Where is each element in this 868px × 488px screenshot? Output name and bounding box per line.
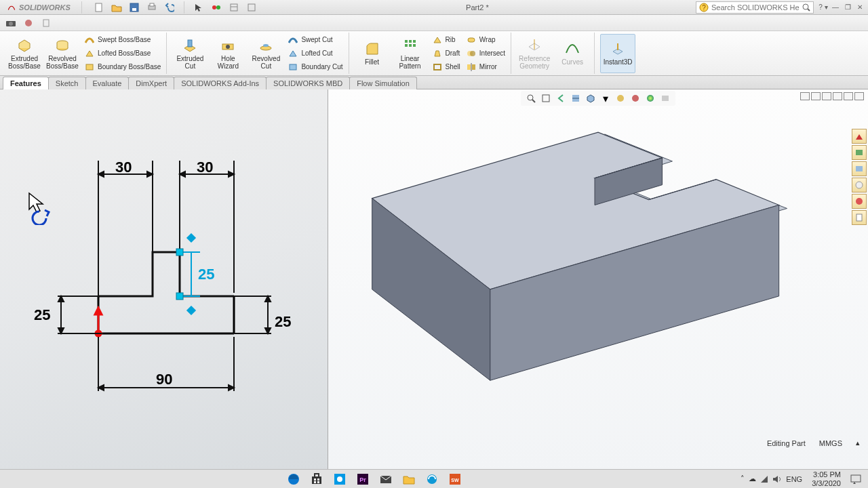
open-button[interactable]: [109, 1, 124, 14]
system-tray[interactable]: ˄ ☁ ENG: [741, 474, 802, 483]
tray-onedrive-icon[interactable]: ☁: [749, 474, 756, 483]
traffic-icon[interactable]: [209, 1, 224, 14]
graphics-area[interactable]: ▾: [328, 89, 868, 469]
svg-rect-88: [314, 481, 316, 483]
tab-dimxpert[interactable]: DimXpert: [128, 77, 174, 89]
dim-top-right[interactable]: 30: [197, 159, 213, 176]
hole-wizard-button[interactable]: Hole Wizard: [210, 34, 245, 73]
swept-boss-button[interactable]: Swept Boss/Base: [83, 34, 162, 45]
model-render: [328, 89, 868, 469]
svg-rect-33: [468, 38, 475, 42]
undo-button[interactable]: [162, 1, 177, 14]
taskbar-premiere[interactable]: Pr: [354, 472, 372, 487]
boundary-cut-button[interactable]: Boundary Cut: [286, 61, 344, 73]
sketch-pane[interactable]: 30 30: [0, 89, 328, 469]
tab-sketch[interactable]: Sketch: [48, 77, 86, 89]
dim-mid-selected[interactable]: 25: [198, 266, 214, 283]
taskbar-store[interactable]: [308, 472, 326, 487]
curves-button[interactable]: Curves: [555, 34, 590, 73]
svg-rect-86: [314, 479, 316, 481]
new-doc-button[interactable]: [92, 1, 106, 14]
tray-expand-icon[interactable]: ˄: [741, 474, 745, 483]
tray-lang[interactable]: ENG: [786, 475, 802, 483]
close-button[interactable]: ✕: [854, 3, 865, 12]
dim-top-left[interactable]: 30: [115, 159, 132, 176]
taskbar-clock[interactable]: 3:05 PM 3/3/2020: [812, 470, 841, 487]
clock-date: 3/3/2020: [812, 479, 841, 487]
app-logo: SOLIDWORKS: [0, 3, 77, 12]
tab-flow[interactable]: Flow Simulation: [349, 77, 417, 89]
extruded-boss-button[interactable]: Extruded Boss/Base: [7, 34, 42, 73]
help-search-input[interactable]: [711, 3, 800, 12]
revolved-boss-button[interactable]: Revolved Boss/Base: [45, 34, 80, 73]
rebuild-button[interactable]: [244, 1, 259, 14]
fillet-button[interactable]: Fillet: [355, 34, 390, 73]
taskbar-photos[interactable]: [331, 472, 349, 487]
status-arrow-icon[interactable]: ▴: [856, 439, 860, 447]
help-search[interactable]: ?: [696, 1, 814, 14]
lofted-cut-button[interactable]: Lofted Cut: [286, 47, 344, 59]
status-units[interactable]: MMGS: [819, 439, 842, 447]
linear-pattern-button[interactable]: Linear Pattern: [393, 34, 428, 73]
svg-rect-32: [434, 64, 441, 70]
record-settings-icon[interactable]: [22, 17, 35, 29]
quick-access-toolbar: [86, 1, 259, 14]
print-button[interactable]: [144, 1, 159, 14]
windows-taskbar: Pr SW ˄ ☁ ENG 3:05 PM 3/3/2020: [0, 469, 868, 488]
revolved-cut-button[interactable]: Revolved Cut: [248, 34, 283, 73]
dim-right[interactable]: 25: [275, 313, 291, 330]
extruded-cut-button[interactable]: Extruded Cut: [172, 34, 208, 73]
svg-rect-89: [317, 481, 319, 483]
save-button[interactable]: [127, 1, 142, 14]
options-button[interactable]: [226, 1, 241, 14]
svg-rect-31: [413, 44, 416, 47]
camera-icon[interactable]: [4, 17, 18, 29]
macro-toolbar: [0, 15, 868, 31]
svg-rect-85: [315, 474, 319, 477]
taskbar-edge[interactable]: [285, 472, 302, 487]
shell-button[interactable]: Shell: [431, 61, 462, 73]
swept-cut-button[interactable]: Swept Cut: [286, 34, 344, 45]
clipboard-icon[interactable]: [39, 17, 53, 29]
tab-addins[interactable]: SOLIDWORKS Add-Ins: [174, 77, 267, 89]
taskbar-explorer[interactable]: [400, 472, 418, 487]
select-button[interactable]: [191, 1, 206, 14]
taskbar-settings[interactable]: [423, 472, 441, 487]
maximize-button[interactable]: ❐: [842, 3, 853, 12]
lofted-boss-button[interactable]: Lofted Boss/Base: [83, 47, 162, 59]
intersect-button[interactable]: Intersect: [465, 47, 507, 59]
svg-rect-0: [96, 3, 102, 12]
reference-geometry-button[interactable]: Reference Geometry: [517, 34, 552, 73]
dim-bottom[interactable]: 90: [156, 371, 172, 388]
tray-volume-icon[interactable]: [772, 475, 782, 483]
draft-button[interactable]: Draft: [431, 47, 462, 59]
wrap-button[interactable]: Wrap: [465, 34, 507, 45]
mirror-button[interactable]: Mirror: [465, 61, 507, 73]
svg-rect-9: [248, 4, 255, 11]
minimize-button[interactable]: —: [830, 3, 841, 12]
taskbar-mail[interactable]: [377, 472, 395, 487]
svg-rect-56: [176, 249, 183, 256]
taskbar-solidworks[interactable]: SW: [446, 472, 464, 487]
help-dropdown[interactable]: ? ▾: [818, 3, 829, 12]
tab-mbd[interactable]: SOLIDWORKS MBD: [266, 77, 350, 89]
instant3d-button[interactable]: Instant3D: [600, 34, 635, 73]
tab-features[interactable]: Features: [3, 77, 49, 89]
svg-point-15: [9, 22, 13, 26]
svg-point-22: [226, 45, 230, 49]
svg-rect-30: [409, 44, 412, 47]
svg-point-91: [337, 476, 342, 482]
features-ribbon: Extruded Boss/Base Revolved Boss/Base Sw…: [0, 31, 868, 76]
svg-point-35: [470, 51, 475, 56]
tab-evaluate[interactable]: Evaluate: [85, 77, 130, 89]
tray-network-icon[interactable]: [760, 475, 768, 483]
boundary-boss-button[interactable]: Boundary Boss/Base: [83, 61, 162, 73]
clock-time: 3:05 PM: [812, 470, 841, 479]
status-mode: Editing Part: [767, 439, 806, 447]
app-name: SOLIDWORKS: [19, 3, 71, 12]
action-center-icon[interactable]: [850, 474, 861, 484]
svg-point-6: [216, 5, 220, 9]
dim-left[interactable]: 25: [34, 306, 50, 323]
search-icon[interactable]: [802, 3, 810, 12]
rib-button[interactable]: Rib: [431, 34, 462, 45]
